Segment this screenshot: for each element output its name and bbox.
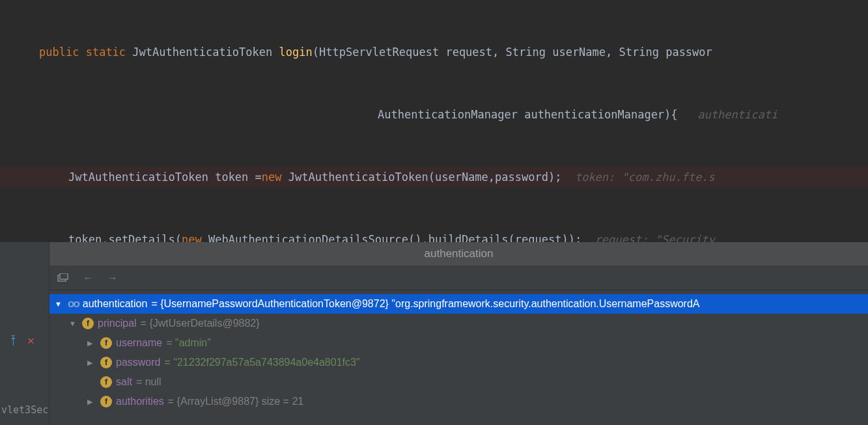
var-label: username	[116, 333, 162, 353]
field-icon: f	[100, 396, 112, 407]
evaluate-expression-bar[interactable]: authentication	[49, 242, 868, 266]
params: (HttpServletRequest request, String user…	[313, 46, 712, 59]
forward-icon[interactable]: →	[105, 271, 120, 285]
truncated-tab-label[interactable]: vlet3Sec	[1, 404, 48, 416]
close-icon[interactable]: ✕	[27, 333, 35, 347]
var-value: = "admin"	[166, 333, 211, 353]
code-line: JwtAuthenticatioToken token =new JwtAuth…	[0, 167, 868, 187]
var-value: = {ArrayList@9887} size = 21	[168, 392, 303, 411]
var-label: principal	[98, 314, 137, 333]
field-icon: f	[100, 376, 112, 388]
tree-row[interactable]: ▼ f principal = {JwtUserDetails@9882}	[49, 314, 868, 333]
tree-row[interactable]: ▶ f salt = null	[49, 372, 868, 392]
variables-tree[interactable]: ▼ oo authentication = {UsernamePasswordA…	[49, 290, 868, 411]
tree-row[interactable]: ▶ f username = "admin"	[49, 333, 868, 353]
chevron-right-icon[interactable]: ▶	[87, 392, 96, 411]
var-value: = {JwtUserDetails@9882}	[141, 314, 260, 333]
inline-hint: token: "com.zhu.fte.s	[575, 171, 715, 184]
debug-toolbar: ← →	[49, 266, 868, 290]
code-line: public static JwtAuthenticatioToken logi…	[0, 42, 868, 62]
evaluate-expression-text: authentication	[425, 247, 494, 260]
keyword-public: public	[39, 46, 79, 59]
field-icon: f	[100, 357, 112, 368]
var-value: = null	[136, 372, 161, 392]
watch-icon: oo	[68, 294, 79, 314]
inline-hint: authenticati	[697, 108, 777, 121]
tree-row[interactable]: ▶ f password = "21232f297a57a5a743894a0e…	[49, 353, 868, 372]
var-label: salt	[116, 372, 132, 392]
back-icon[interactable]: ←	[81, 271, 95, 285]
var-label: authorities	[116, 392, 164, 411]
var-value: = {UsernamePasswordAuthenticationToken@9…	[151, 294, 699, 314]
field-icon: f	[100, 337, 112, 349]
chevron-down-icon[interactable]: ▼	[69, 314, 78, 333]
debug-left-gutter: ⭱ ✕ vlet3Sec	[0, 242, 49, 425]
var-label: password	[116, 353, 160, 372]
field-icon: f	[82, 318, 94, 329]
chevron-right-icon[interactable]: ▶	[87, 353, 96, 372]
params: AuthenticationManager authenticationMana…	[378, 108, 678, 121]
code-line: AuthenticationManager authenticationMana…	[0, 104, 868, 125]
svg-rect-1	[60, 273, 68, 279]
keyword-static: static	[86, 46, 126, 59]
chevron-right-icon[interactable]: ▶	[87, 333, 96, 353]
function-name: login	[279, 46, 313, 59]
tree-row[interactable]: ▶ f authorities = {ArrayList@9887} size …	[49, 392, 868, 411]
debug-variables-panel[interactable]: authentication ← → ▼ oo authentication =…	[49, 242, 868, 425]
type: JwtAuthenticatioToken	[132, 46, 272, 59]
var-value: = "21232f297a57a5a743894a0e4a801fc3"	[164, 353, 359, 372]
chevron-down-icon[interactable]: ▼	[55, 294, 64, 314]
var-label: authentication	[83, 294, 148, 314]
upload-icon[interactable]: ⭱	[8, 333, 20, 347]
new-watch-icon[interactable]	[56, 271, 70, 285]
tree-row-root[interactable]: ▼ oo authentication = {UsernamePasswordA…	[49, 294, 868, 314]
